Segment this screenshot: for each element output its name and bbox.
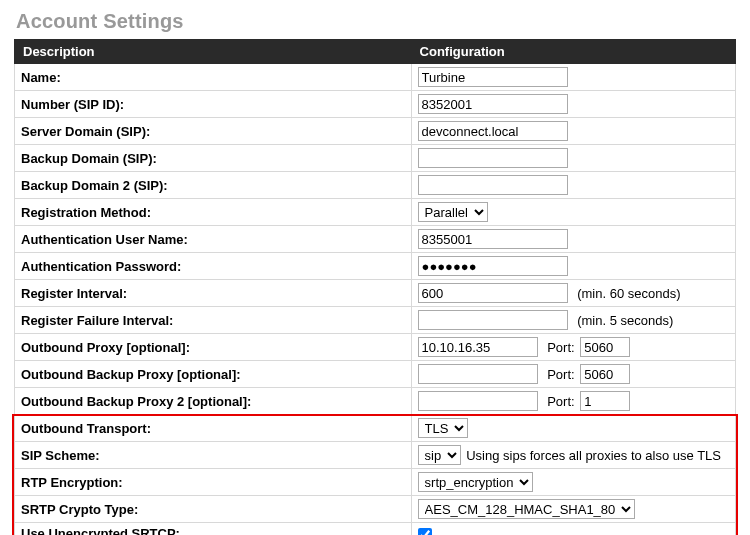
- label-out-backup-proxy2: Outbound Backup Proxy 2 [optional]:: [15, 388, 412, 415]
- label-server-domain: Server Domain (SIP):: [15, 118, 412, 145]
- label-rtp-enc: RTP Encryption:: [15, 469, 412, 496]
- port-label: Port:: [547, 340, 574, 355]
- out-proxy-port-input[interactable]: [580, 337, 630, 357]
- row-unenc-srtcp: Use Unencrypted SRTCP:: [15, 523, 736, 536]
- row-reg-interval: Register Interval: (min. 60 seconds): [15, 280, 736, 307]
- settings-table: Description Configuration Name: Number (…: [14, 39, 736, 535]
- out-backup-proxy-input[interactable]: [418, 364, 538, 384]
- server-domain-input[interactable]: [418, 121, 568, 141]
- row-reg-method: Registration Method: Parallel: [15, 199, 736, 226]
- label-srtp-crypto: SRTP Crypto Type:: [15, 496, 412, 523]
- header-configuration: Configuration: [411, 40, 735, 64]
- label-auth-pass: Authentication Password:: [15, 253, 412, 280]
- label-sip-scheme: SIP Scheme:: [15, 442, 412, 469]
- reg-fail-interval-input[interactable]: [418, 310, 568, 330]
- label-out-proxy: Outbound Proxy [optional]:: [15, 334, 412, 361]
- row-srtp-crypto: SRTP Crypto Type: AES_CM_128_HMAC_SHA1_8…: [15, 496, 736, 523]
- label-name: Name:: [15, 64, 412, 91]
- label-out-backup-proxy: Outbound Backup Proxy [optional]:: [15, 361, 412, 388]
- sip-scheme-hint: Using sips forces all proxies to also us…: [466, 448, 721, 463]
- row-auth-pass: Authentication Password:: [15, 253, 736, 280]
- reg-interval-hint: (min. 60 seconds): [577, 286, 680, 301]
- backup-domain-input[interactable]: [418, 148, 568, 168]
- row-out-backup-proxy2: Outbound Backup Proxy 2 [optional]: Port…: [15, 388, 736, 415]
- out-backup-proxy-port-input[interactable]: [580, 364, 630, 384]
- row-auth-user: Authentication User Name:: [15, 226, 736, 253]
- out-transport-select[interactable]: TLS: [418, 418, 468, 438]
- name-input[interactable]: [418, 67, 568, 87]
- label-backup-domain: Backup Domain (SIP):: [15, 145, 412, 172]
- reg-fail-interval-hint: (min. 5 seconds): [577, 313, 673, 328]
- number-input[interactable]: [418, 94, 568, 114]
- auth-user-input[interactable]: [418, 229, 568, 249]
- label-reg-interval: Register Interval:: [15, 280, 412, 307]
- header-description: Description: [15, 40, 412, 64]
- label-reg-method: Registration Method:: [15, 199, 412, 226]
- port-label: Port:: [547, 367, 574, 382]
- row-backup-domain2: Backup Domain 2 (SIP):: [15, 172, 736, 199]
- out-backup-proxy2-port-input[interactable]: [580, 391, 630, 411]
- reg-method-select[interactable]: Parallel: [418, 202, 488, 222]
- srtp-crypto-select[interactable]: AES_CM_128_HMAC_SHA1_80: [418, 499, 635, 519]
- row-rtp-enc: RTP Encryption: srtp_encryption: [15, 469, 736, 496]
- rtp-enc-select[interactable]: srtp_encryption: [418, 472, 533, 492]
- port-label: Port:: [547, 394, 574, 409]
- backup-domain2-input[interactable]: [418, 175, 568, 195]
- label-backup-domain2: Backup Domain 2 (SIP):: [15, 172, 412, 199]
- out-backup-proxy2-input[interactable]: [418, 391, 538, 411]
- label-number: Number (SIP ID):: [15, 91, 412, 118]
- unenc-srtcp-checkbox[interactable]: [418, 528, 432, 535]
- out-proxy-input[interactable]: [418, 337, 538, 357]
- label-out-transport: Outbound Transport:: [15, 415, 412, 442]
- row-out-backup-proxy: Outbound Backup Proxy [optional]: Port:: [15, 361, 736, 388]
- sip-scheme-select[interactable]: sip: [418, 445, 461, 465]
- label-reg-fail-interval: Register Failure Interval:: [15, 307, 412, 334]
- row-out-transport: Outbound Transport: TLS: [15, 415, 736, 442]
- row-sip-scheme: SIP Scheme: sip Using sips forces all pr…: [15, 442, 736, 469]
- row-number: Number (SIP ID):: [15, 91, 736, 118]
- row-out-proxy: Outbound Proxy [optional]: Port:: [15, 334, 736, 361]
- auth-pass-input[interactable]: [418, 256, 568, 276]
- label-unenc-srtcp: Use Unencrypted SRTCP:: [15, 523, 412, 536]
- page-title: Account Settings: [16, 10, 736, 33]
- row-reg-fail-interval: Register Failure Interval: (min. 5 secon…: [15, 307, 736, 334]
- reg-interval-input[interactable]: [418, 283, 568, 303]
- row-name: Name:: [15, 64, 736, 91]
- row-server-domain: Server Domain (SIP):: [15, 118, 736, 145]
- row-backup-domain: Backup Domain (SIP):: [15, 145, 736, 172]
- label-auth-user: Authentication User Name:: [15, 226, 412, 253]
